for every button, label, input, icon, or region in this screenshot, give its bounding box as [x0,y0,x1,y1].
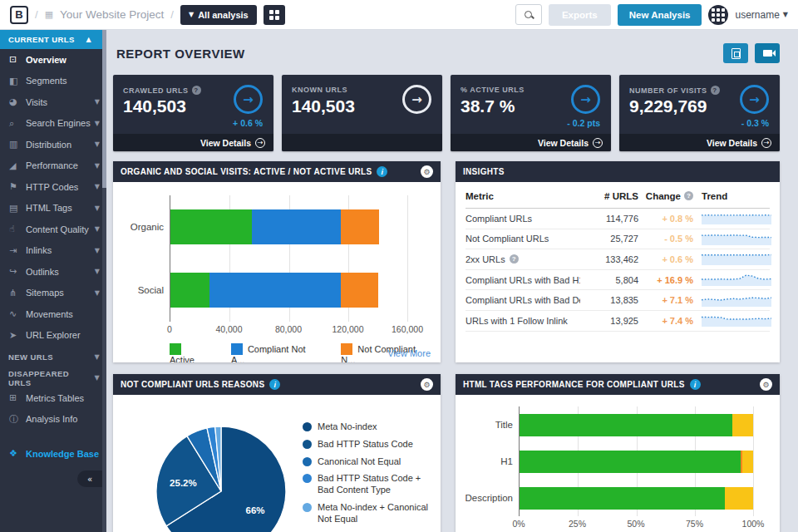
trend-cell [693,210,770,226]
search-button[interactable] [515,4,542,25]
sidebar-item-visits[interactable]: ◕Visits▼ [0,91,106,113]
stacked-bar[interactable] [520,487,753,510]
exports-button[interactable]: Exports [549,4,611,26]
chevron-down-icon: ▼ [95,183,100,190]
legend-label: Meta No-index [318,421,377,433]
sidebar-item-label: Content Quality [26,224,89,234]
sidebar: CURRENT URLS ▲ ⊡Overview◧Segments◕Visits… [0,30,106,532]
stacked-bar[interactable] [520,451,753,473]
sidebar-section-disappeared-urls[interactable]: DISAPPEARED URLS▼ [0,368,106,387]
arrow-circle-icon[interactable]: → [234,85,263,114]
app-logo[interactable]: B [10,6,28,24]
view-details-link[interactable]: View Details→ [619,134,780,151]
chevron-down-icon: ▼ [95,120,100,127]
help-icon[interactable]: ? [684,191,693,200]
arrow-circle-icon[interactable]: → [402,85,431,114]
view-more-link[interactable]: View More [387,348,431,358]
bar-chart-icon: ▥ [9,139,23,150]
bar-category-label: Description [461,493,513,503]
sidebar-item-distribution[interactable]: ▥Distribution▼ [0,134,106,155]
breadcrumb-project[interactable]: Your Website Project [60,8,164,21]
sidebar-item-overview[interactable]: ⊡Overview [0,49,106,71]
help-icon[interactable]: ? [510,254,519,264]
sidebar-item-inlinks[interactable]: ⇥Inlinks▼ [0,240,106,262]
panel-settings-icon[interactable]: ⚙ [760,378,772,391]
stacked-bar[interactable] [170,273,407,308]
sidebar-item-search-engines[interactable]: ⌕Search Engines▼ [0,113,106,135]
new-analysis-button[interactable]: New Analysis [618,4,702,26]
sidebar-scrollbar[interactable] [102,30,106,532]
insights-row-2xx-urls[interactable]: 2xx URLs?133,462+ 0.6 % [466,249,770,270]
sidebar-item-segments[interactable]: ◧Segments [0,71,106,92]
view-details-link[interactable]: View Details→ [451,134,611,151]
all-analysis-button[interactable]: ▼ All analysis [180,5,257,25]
urls-value: 13,835 [580,295,638,305]
bar-segment-bad [742,451,753,473]
info-icon[interactable]: i [269,379,280,390]
insights-row-urls-with-1-follow-inlink[interactable]: URLs with 1 Follow Inlink13,925+ 7.4 % [466,311,770,332]
stacked-bar[interactable] [520,414,753,436]
panel-settings-icon[interactable]: ⚙ [421,165,433,178]
legend-dot [303,440,312,449]
urls-value: 5,804 [580,275,638,285]
trend-sparkline [702,251,771,265]
stacked-bar[interactable] [170,209,407,244]
sidebar-item-outlinks[interactable]: ↪Outlinks▼ [0,261,106,283]
metric-label: 2xx URLs? [466,254,580,264]
export-pdf-button[interactable] [723,43,748,63]
metric-label: Not Compliant URLs [466,234,580,244]
sidebar-section-current-urls[interactable]: CURRENT URLS ▲ [0,30,106,49]
sidebar-section-new-urls[interactable]: NEW URLS▼ [0,347,106,367]
bar-segment-ok [520,451,741,473]
arrow-circle-icon[interactable]: → [740,85,769,114]
x-tick-label: 0% [512,519,525,529]
x-tick-label: 50% [627,519,644,529]
insights-row-compliant-urls-with-bad-descri[interactable]: Compliant URLs with Bad Descri...13,835+… [466,290,770,311]
kpi-label: % ACTIVE URLS [461,86,525,94]
sidebar-item-knowledge-base[interactable]: ❖Knowledge Base [0,443,106,465]
sidebar-item-analysis-info[interactable]: ⓘAnalysis Info [0,409,106,431]
kpi-label: NUMBER OF VISITS? [629,86,720,95]
insights-row-not-compliant-urls[interactable]: Not Compliant URLs25,727- 0.5 % [466,229,770,250]
pie-chart[interactable]: 66%25.2% [115,398,303,532]
sidebar-item-movements[interactable]: ∿Movements [0,303,106,325]
pie-slice-label: 66% [245,505,264,515]
sidebar-item-url-explorer[interactable]: ➤URL Explorer [0,325,106,347]
urls-value: 13,925 [580,316,638,326]
sidebar-item-http-codes[interactable]: ⚑HTTP Codes▼ [0,176,106,198]
bar-segment-compliant-not-a [252,209,341,244]
panel-settings-icon[interactable]: ⚙ [421,378,433,391]
pie-slice-label: 25.2% [170,478,197,488]
legend-swatch [170,343,181,355]
info-icon[interactable]: i [377,166,387,177]
help-icon[interactable]: ? [711,86,720,95]
breadcrumb-slash: / [35,8,38,21]
insights-row-compliant-urls[interactable]: Compliant URLs114,776+ 0.8 % [466,209,770,229]
analysis-grid-button[interactable] [264,5,285,25]
bar-segment-active [170,209,252,244]
change-value: + 7.4 % [638,316,693,326]
view-details-link[interactable]: View Details→ [113,134,273,151]
sidebar-item-metrics-tables[interactable]: ⊞Metrics Tables [0,387,106,409]
inlink-icon: ⇥ [9,245,23,256]
video-button[interactable] [755,43,780,63]
sidebar-item-label: HTTP Codes [26,182,78,192]
gridline [753,406,754,516]
user-menu[interactable]: username▼ [735,9,788,21]
chevron-up-icon: ▲ [86,36,91,43]
legend-item-meta-no-index-canonical-not-equal: Meta No-index + Canonical Not Equal [303,502,432,525]
info-icon[interactable]: i [690,379,701,390]
insights-row-compliant-urls-with-bad-h1[interactable]: Compliant URLs with Bad H15,804+ 16.9 % [466,270,770,291]
sidebar-item-html-tags[interactable]: ▤HTML Tags▼ [0,198,106,219]
kpi-label-text: KNOWN URLS [292,86,347,94]
arrow-circle-icon[interactable]: → [571,85,600,114]
sidebar-item-content-quality[interactable]: ☝Content Quality▼ [0,219,106,240]
sidebar-item-sitemaps[interactable]: ⋔Sitemaps▼ [0,283,106,304]
trend-sparkline [702,313,771,327]
avatar-grid-icon[interactable] [708,5,728,25]
sidebar-collapse-button[interactable]: « [77,470,102,487]
kpi-label: CRAWLED URLS? [123,86,201,95]
help-icon[interactable]: ? [192,86,201,95]
sidebar-item-performance[interactable]: ◢Performance▼ [0,155,106,177]
x-tick-label: 160,000 [392,324,423,334]
